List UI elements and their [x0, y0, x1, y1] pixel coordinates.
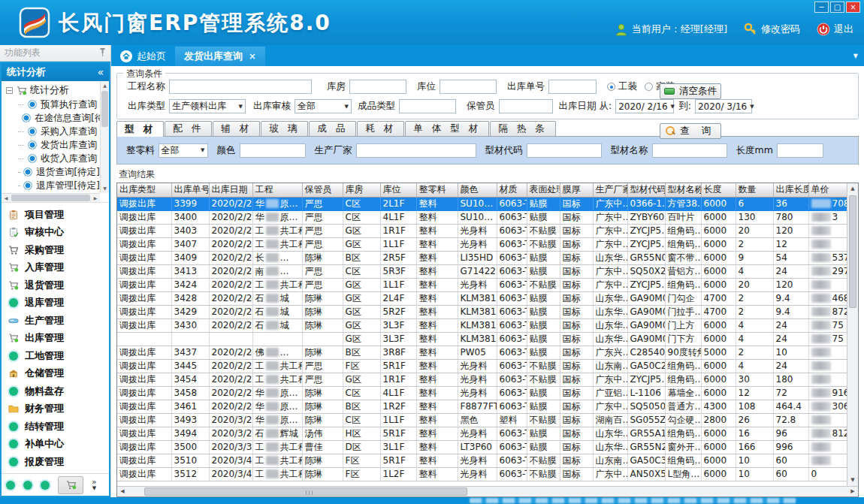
- table-row[interactable]: 调拨出库34002020/2/25华原…严思C区4L1F整料SU10…6063-…: [117, 210, 858, 224]
- table-row[interactable]: 调拨出库34132020/2/26南…严思C区5R3F整料G714226063-…: [117, 264, 858, 278]
- column-header[interactable]: 材质: [497, 183, 527, 197]
- section-header[interactable]: 统计分析 «: [2, 63, 109, 81]
- sidebar-item-3[interactable]: 采购管理: [8, 243, 109, 258]
- material-tab-1[interactable]: 型 材: [116, 121, 164, 137]
- scroll-up-icon[interactable]: ▲: [101, 81, 109, 90]
- column-header[interactable]: 生产厂家: [593, 183, 627, 197]
- stats-module-button[interactable]: [58, 476, 83, 494]
- table-row[interactable]: 调拨出库34092020/2/25长…陈琳B区2R5F整料LI35HD6063-…: [117, 251, 858, 264]
- search-button[interactable]: 查 询: [660, 123, 721, 139]
- material-tab-4[interactable]: 玻 璃: [261, 121, 308, 136]
- tree-horizontal-scrollbar[interactable]: ◀ ▶: [2, 193, 100, 202]
- scroll-right-icon[interactable]: ▶: [847, 487, 858, 496]
- tree-item-7[interactable]: 退库管理[待定]: [2, 179, 100, 192]
- table-row[interactable]: G区3L3F整料KLM38176063-T5贴膜国标山东华…GA90M09.门下…: [117, 332, 858, 346]
- tree-item-2[interactable]: 在途信息查询[待: [2, 111, 100, 125]
- product-type-input[interactable]: [399, 99, 456, 113]
- audit-select[interactable]: 全部▼: [295, 99, 352, 113]
- column-header[interactable]: 膜厚: [560, 183, 593, 197]
- radio-gongzhuang[interactable]: 工装: [607, 80, 637, 93]
- tab-close-icon[interactable]: ×: [249, 51, 256, 62]
- table-row[interactable]: 调拨出库34282020/2/26石城陈琳G区2L4F整料KLM38176063…: [117, 291, 858, 305]
- table-row[interactable]: 调拨出库33992020/2/25华原…严思C区2L1F整料SU10…6063-…: [117, 197, 858, 210]
- sidebar-item-1[interactable]: 项目管理: [8, 207, 109, 222]
- expander-icon[interactable]: −: [6, 87, 13, 94]
- grid-horizontal-scrollbar[interactable]: ◀ ▶: [117, 486, 858, 496]
- scroll-thumb[interactable]: [144, 487, 467, 496]
- date-from-picker[interactable]: 2020/ 2/16▼: [615, 99, 674, 113]
- sidebar-item-5[interactable]: 退货管理: [8, 278, 109, 293]
- table-row[interactable]: 调拨出库34072020/2/25工共工程严思G区1L1F整料光身料6063-T…: [117, 237, 858, 251]
- collapse-icon[interactable]: «: [97, 66, 104, 78]
- column-header[interactable]: 数量: [736, 183, 773, 197]
- sidebar-item-6[interactable]: 退库管理: [8, 295, 109, 310]
- table-row[interactable]: 调拨出库34452020/2/27工共工程严思F区5R1F整料光身料6063-T…: [117, 359, 858, 373]
- scroll-thumb[interactable]: [11, 195, 90, 201]
- sidebar-item-11[interactable]: 物料盘存: [8, 384, 109, 399]
- table-row[interactable]: 调拨出库34302020/2/26石城陈琳G区3L3F整料KLM38176063…: [117, 318, 858, 332]
- project-name-input[interactable]: [169, 80, 312, 94]
- maximize-button[interactable]: □: [830, 2, 844, 13]
- column-header[interactable]: 出库类型: [117, 183, 171, 197]
- column-header[interactable]: 库位: [380, 183, 416, 197]
- length-input[interactable]: [777, 143, 823, 158]
- table-row[interactable]: 调拨出库34542020/2/28工共工程严思G区1R1F整料光身料6063-T…: [117, 373, 858, 386]
- module-dot-icon[interactable]: [23, 481, 32, 490]
- sidebar-item-7[interactable]: 生产管理: [8, 313, 109, 328]
- table-row[interactable]: 调拨出库34292020/2/26石城陈琳G区5R2F整料KLM38176063…: [117, 305, 858, 318]
- tree-root[interactable]: − 统计分析: [2, 83, 100, 98]
- sidebar-item-15[interactable]: 报废管理: [8, 454, 109, 469]
- column-header[interactable]: 出库日期: [209, 183, 252, 197]
- tree-item-3[interactable]: 采购入库查询: [2, 125, 100, 138]
- material-tab-8[interactable]: 隔 热 条: [490, 121, 555, 136]
- tree-item-5[interactable]: 收货入库查询: [2, 152, 100, 165]
- scroll-left-icon[interactable]: ◀: [117, 487, 128, 496]
- keeper-input[interactable]: [499, 99, 553, 113]
- material-tab-5[interactable]: 成 品: [309, 121, 356, 136]
- module-dot-icon[interactable]: [41, 481, 50, 490]
- manufacturer-input[interactable]: [356, 143, 476, 158]
- sidebar-item-4[interactable]: 入库管理: [8, 260, 109, 275]
- column-header[interactable]: 型材名称: [665, 183, 701, 197]
- tab-home[interactable]: 起始页: [111, 47, 175, 66]
- table-row[interactable]: 调拨出库35002020/3/3工共工程曹佳D区3L1F整料LT3P606063…: [117, 440, 858, 454]
- material-tab-2[interactable]: 配 件: [165, 121, 212, 136]
- table-row[interactable]: 调拨出库34242020/2/26工共工程严思G区1L1F整料光身料6063-T…: [117, 278, 858, 291]
- column-header[interactable]: 库房: [343, 183, 380, 197]
- tree-item-6[interactable]: 退货查询[待定]: [2, 165, 100, 179]
- sidebar-item-10[interactable]: 仓储管理: [8, 366, 109, 381]
- tree-item-1[interactable]: 预算执行查询: [2, 98, 100, 111]
- pin-icon[interactable]: [99, 48, 106, 59]
- location-input[interactable]: [440, 80, 497, 94]
- scroll-up-icon[interactable]: ▲: [847, 183, 858, 195]
- tab-list-dropdown-icon[interactable]: ▼: [853, 53, 858, 59]
- material-tab-6[interactable]: 耗 材: [357, 121, 404, 136]
- material-tab-3[interactable]: 辅 材: [213, 121, 260, 136]
- tree-item-4[interactable]: 发货出库查询: [2, 138, 100, 152]
- table-row[interactable]: 调拨出库34582020/2/28华原…陈琳C区4L1F整料光身料6063-T5…: [117, 386, 858, 400]
- column-header[interactable]: 出库单号: [171, 183, 209, 197]
- close-button[interactable]: ×: [846, 2, 860, 13]
- table-row[interactable]: 调拨出库34612020/2/28华原…陈琳B区1R2F整料F8877FT606…: [117, 400, 858, 413]
- column-header[interactable]: 出库长度: [773, 183, 808, 197]
- column-header[interactable]: 长度: [701, 183, 736, 197]
- whole-part-select[interactable]: 全部▼: [159, 143, 208, 158]
- out-type-select[interactable]: 生产领料出库▼: [169, 99, 246, 113]
- change-password-button[interactable]: 修改密码: [744, 23, 800, 36]
- minimize-button[interactable]: ─: [814, 2, 829, 13]
- logout-button[interactable]: 退出: [817, 23, 853, 36]
- module-dot-icon[interactable]: [6, 481, 15, 490]
- scroll-down-icon[interactable]: ▼: [847, 475, 858, 486]
- scroll-left-icon[interactable]: ◀: [2, 194, 11, 203]
- sidebar-item-8[interactable]: 出库管理: [8, 330, 109, 346]
- warehouse-input[interactable]: [349, 80, 406, 94]
- column-header[interactable]: 颜色: [458, 183, 497, 197]
- sidebar-item-14[interactable]: 补单中心: [8, 436, 109, 451]
- column-header[interactable]: 单价: [808, 183, 847, 197]
- scroll-down-icon[interactable]: ▼: [101, 184, 109, 193]
- column-header[interactable]: 型材代码: [627, 183, 665, 197]
- sidebar-item-9[interactable]: 工地管理: [8, 349, 109, 364]
- tree-vertical-scrollbar[interactable]: ▲ ▼: [100, 81, 109, 193]
- column-header[interactable]: 工程: [252, 183, 302, 197]
- material-tab-7[interactable]: 单 体 型 材: [405, 121, 489, 136]
